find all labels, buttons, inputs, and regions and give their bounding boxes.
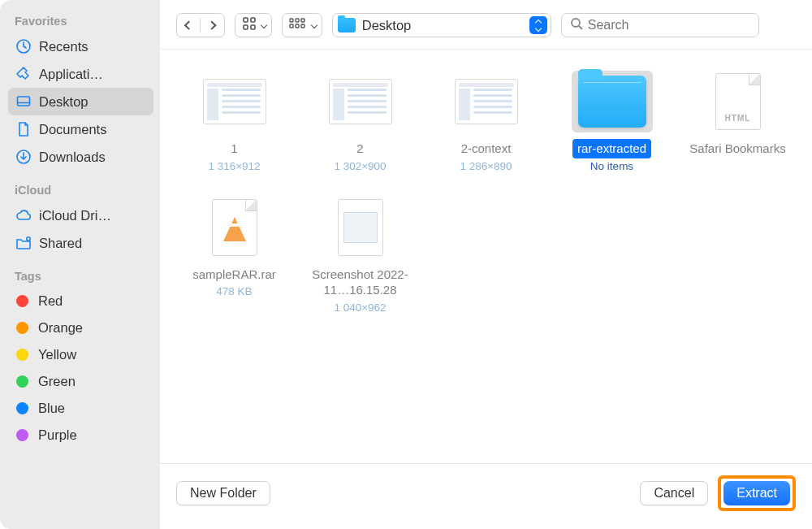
- sidebar-item-documents[interactable]: Documents: [8, 115, 153, 143]
- file-name: Screenshot 2022-11…16.15.28: [300, 265, 420, 300]
- document-icon: [15, 120, 32, 138]
- svg-point-4: [27, 237, 30, 241]
- archive-file-icon: [212, 199, 257, 256]
- file-item[interactable]: 11 316×912: [175, 71, 294, 172]
- highlight: Extract: [718, 475, 796, 511]
- tag-red[interactable]: Red: [8, 288, 153, 314]
- svg-rect-8: [251, 25, 255, 29]
- sidebar-item-applicati[interactable]: Applicati…: [8, 60, 153, 88]
- file-item[interactable]: rar-extractedNo items: [552, 71, 672, 172]
- svg-rect-10: [290, 24, 293, 28]
- group-by-dropdown[interactable]: [282, 13, 322, 37]
- file-name: 1: [226, 139, 242, 158]
- tag-color-dot: [16, 429, 28, 441]
- file-subtitle: 1 040×962: [334, 301, 386, 314]
- download-icon: [15, 148, 32, 166]
- file-subtitle: 1 316×912: [208, 160, 260, 172]
- sidebar-item-label: Desktop: [39, 94, 89, 110]
- tag-blue[interactable]: Blue: [8, 395, 153, 422]
- svg-rect-14: [301, 24, 304, 28]
- file-name: Safari Bookmarks: [685, 139, 790, 158]
- sidebar-item-iclouddri[interactable]: iCloud Dri…: [8, 202, 153, 229]
- sidebar-item-downloads[interactable]: Downloads: [8, 143, 153, 171]
- sidebar-item-recents[interactable]: Recents: [8, 33, 153, 60]
- window-thumbnail: [329, 79, 392, 124]
- window-thumbnail: [455, 79, 518, 124]
- cancel-button[interactable]: Cancel: [640, 481, 708, 505]
- view-mode-dropdown[interactable]: [235, 13, 272, 37]
- file-thumbnail: [320, 71, 401, 132]
- tag-color-dot: [16, 295, 28, 307]
- sidebar-item-label: Shared: [39, 236, 82, 251]
- new-folder-button[interactable]: New Folder: [176, 481, 270, 505]
- tag-label: Blue: [38, 401, 65, 416]
- desktop-icon: [15, 93, 32, 111]
- nav-history: [176, 13, 225, 37]
- shared-folder-icon: [15, 234, 32, 252]
- back-button[interactable]: [177, 14, 200, 37]
- svg-rect-11: [296, 19, 299, 22]
- tag-color-dot: [16, 322, 28, 334]
- folder-icon: [578, 76, 646, 128]
- updown-icon: [529, 16, 547, 34]
- location-popup[interactable]: Desktop: [332, 13, 551, 37]
- forward-button[interactable]: [201, 14, 223, 37]
- tag-label: Purple: [38, 427, 77, 443]
- svg-rect-12: [296, 24, 299, 28]
- search-field[interactable]: [561, 13, 759, 37]
- main-panel: Desktop 11 316×91221 302×9002-context1 2…: [160, 0, 812, 529]
- tag-color-dot: [16, 349, 28, 361]
- file-name: 2: [352, 139, 368, 158]
- sidebar-heading-tags: Tags: [8, 270, 153, 288]
- tag-purple[interactable]: Purple: [8, 422, 153, 449]
- tag-color-dot: [16, 375, 28, 388]
- file-item[interactable]: HTMLSafari Bookmarks: [678, 71, 797, 172]
- file-subtitle: 1 286×890: [460, 160, 512, 172]
- file-thumbnail: [194, 71, 275, 132]
- file-item[interactable]: 21 302×900: [300, 71, 420, 172]
- folder-icon: [338, 18, 356, 33]
- window-thumbnail: [203, 79, 266, 124]
- sidebar-item-label: iCloud Dri…: [39, 208, 111, 223]
- file-thumbnail: [446, 71, 527, 132]
- svg-rect-5: [244, 18, 248, 22]
- tag-green[interactable]: Green: [8, 368, 153, 395]
- sidebar-item-label: Recents: [39, 39, 89, 54]
- extract-button[interactable]: Extract: [723, 481, 790, 505]
- chevron-right-icon: [208, 20, 218, 30]
- file-item[interactable]: 2-context1 286×890: [426, 71, 546, 172]
- group-icon: [289, 18, 307, 33]
- file-thumbnail: HTML: [698, 71, 779, 132]
- sidebar-item-label: Documents: [39, 122, 106, 137]
- file-subtitle: No items: [590, 160, 633, 172]
- tag-orange[interactable]: Orange: [8, 314, 153, 341]
- file-item[interactable]: sampleRAR.rar478 KB: [175, 197, 294, 314]
- file-subtitle: 478 KB: [216, 285, 252, 297]
- search-input[interactable]: [588, 18, 750, 33]
- file-thumbnail: [194, 197, 275, 258]
- svg-rect-1: [18, 97, 30, 106]
- svg-rect-6: [251, 18, 255, 22]
- bottom-bar: New Folder Cancel Extract: [160, 463, 812, 529]
- file-browser[interactable]: 11 316×91221 302×9002-context1 286×890ra…: [160, 50, 812, 463]
- clock-icon: [15, 37, 32, 55]
- file-item[interactable]: Screenshot 2022-11…16.15.281 040×962: [300, 197, 420, 314]
- chevron-down-icon: [311, 22, 317, 28]
- sidebar-heading-icloud: iCloud: [8, 184, 153, 202]
- image-file-icon: [338, 199, 383, 256]
- dialog-body: Favorites RecentsApplicati…DesktopDocume…: [0, 0, 812, 529]
- svg-point-15: [572, 19, 580, 27]
- sidebar-heading-favorites: Favorites: [8, 15, 153, 33]
- toolbar: Desktop: [160, 0, 812, 50]
- grid-icon: [242, 16, 257, 34]
- app-icon: [15, 65, 32, 83]
- sidebar-item-label: Downloads: [39, 150, 106, 165]
- location-label: Desktop: [362, 18, 523, 33]
- svg-rect-13: [301, 19, 304, 22]
- tag-yellow[interactable]: Yellow: [8, 341, 153, 368]
- sidebar-item-shared[interactable]: Shared: [8, 229, 153, 257]
- sidebar-item-desktop[interactable]: Desktop: [8, 88, 153, 115]
- chevron-down-icon: [261, 22, 267, 28]
- file-subtitle: 1 302×900: [334, 160, 386, 172]
- file-thumbnail: [320, 197, 401, 258]
